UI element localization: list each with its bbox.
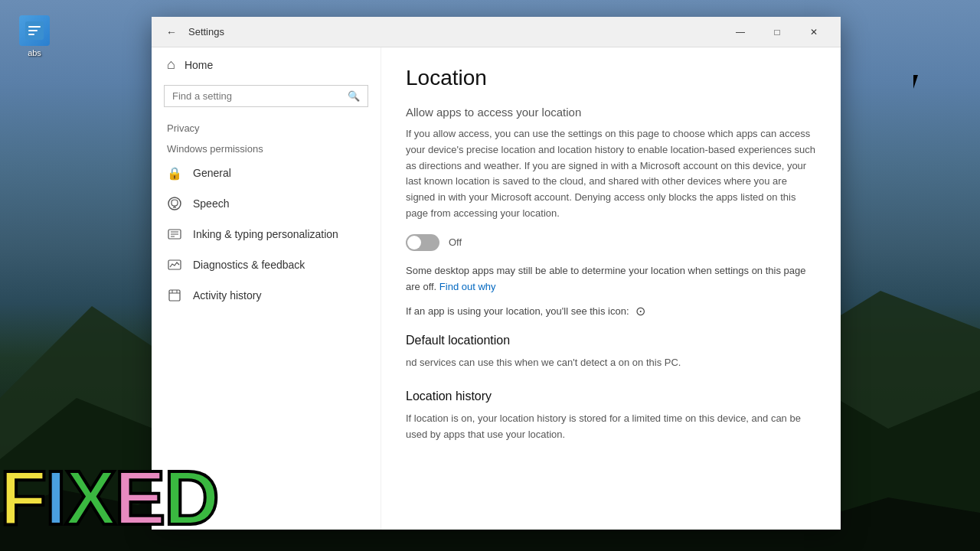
- sidebar-item-activity-label: Activity history: [193, 289, 261, 302]
- location-dot-icon: ⊙: [635, 304, 645, 318]
- speech-icon: [167, 196, 182, 211]
- location-history-desc: If location is on, your location history…: [406, 411, 816, 443]
- activity-icon: [167, 288, 182, 303]
- window-body: ⌂ Home 🔍 Privacy Windows permissions 🔒 G…: [152, 47, 841, 530]
- back-button[interactable]: ←: [161, 21, 182, 43]
- content-inner: Location Allow apps to access your locat…: [381, 47, 841, 461]
- search-icon: 🔍: [348, 90, 360, 102]
- windows-permissions-label: Windows permissions: [152, 137, 381, 158]
- sidebar-item-general[interactable]: 🔒 General: [152, 158, 381, 188]
- inking-icon: [167, 227, 182, 242]
- toggle-knob: [407, 236, 421, 249]
- search-box: 🔍: [164, 85, 368, 107]
- desktop-icon[interactable]: abs: [11, 15, 57, 57]
- location-history-section: Location history If location is on, your…: [406, 390, 816, 443]
- default-location-title: Default locationtion: [406, 334, 816, 347]
- home-label: Home: [185, 59, 213, 71]
- desktop-icon-image: [19, 15, 50, 46]
- home-button[interactable]: ⌂ Home: [152, 47, 381, 82]
- settings-window: ← Settings — □ ✕ ⌂ Home 🔍 Privacy Window…: [152, 17, 841, 530]
- sidebar-item-speech[interactable]: Speech: [152, 188, 381, 219]
- sidebar: ⌂ Home 🔍 Privacy Windows permissions 🔒 G…: [152, 47, 381, 530]
- sidebar-item-inking-label: Inking & typing personalization: [193, 228, 338, 240]
- desktop-icon-label: abs: [28, 48, 41, 57]
- find-out-why-link[interactable]: Find out why: [439, 281, 496, 292]
- close-button[interactable]: ✕: [796, 21, 831, 44]
- maximize-button[interactable]: □: [760, 21, 795, 44]
- toggle-row: Off: [406, 234, 816, 251]
- toggle-label: Off: [449, 236, 462, 248]
- minimize-button[interactable]: —: [723, 21, 758, 44]
- sidebar-item-inking[interactable]: Inking & typing personalization: [152, 219, 381, 249]
- svg-rect-5: [28, 30, 38, 31]
- desktop-apps-note: Some desktop apps may still be able to d…: [406, 263, 816, 295]
- window-controls: — □ ✕: [723, 21, 831, 44]
- page-title: Location: [406, 66, 816, 90]
- location-toggle[interactable]: [406, 234, 439, 251]
- content-area[interactable]: Location Allow apps to access your locat…: [381, 47, 841, 530]
- svg-rect-15: [169, 290, 180, 301]
- home-icon: ⌂: [167, 57, 175, 73]
- diagnostics-icon: [167, 257, 182, 272]
- sidebar-item-diagnostics[interactable]: Diagnostics & feedback: [152, 249, 381, 280]
- sidebar-item-speech-label: Speech: [193, 197, 229, 210]
- location-description: If you allow access, you can use the set…: [406, 126, 816, 222]
- allow-heading: Allow apps to access your location: [406, 106, 816, 119]
- svg-rect-4: [28, 26, 41, 28]
- title-bar: ← Settings — □ ✕: [152, 17, 841, 47]
- default-location-desc: nd services can use this when we can't d…: [406, 355, 816, 371]
- sidebar-item-activity[interactable]: Activity history: [152, 280, 381, 311]
- svg-rect-6: [28, 34, 34, 35]
- search-input[interactable]: [172, 90, 341, 102]
- general-icon: 🔒: [167, 165, 182, 181]
- window-title: Settings: [188, 26, 224, 37]
- sidebar-item-general-label: General: [193, 167, 231, 179]
- privacy-section-label: Privacy: [152, 116, 381, 137]
- location-history-title: Location history: [406, 390, 816, 403]
- svg-point-7: [168, 197, 181, 210]
- sidebar-item-diagnostics-label: Diagnostics & feedback: [193, 259, 305, 271]
- icon-note: If an app is using your location, you'll…: [406, 304, 816, 318]
